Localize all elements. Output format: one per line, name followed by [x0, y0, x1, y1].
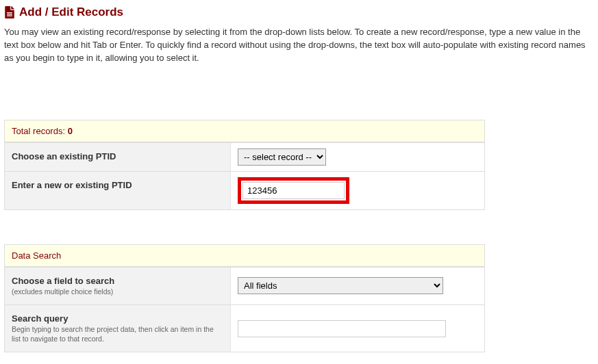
choose-existing-ptid-label: Choose an existing PTID [5, 143, 231, 171]
file-icon [4, 6, 15, 18]
data-search-panel: Data Search Choose a field to search (ex… [4, 244, 485, 353]
search-query-label: Search query [12, 313, 68, 324]
total-records-header: Total records: 0 [5, 120, 484, 142]
page-title: Add / Edit Records [4, 5, 594, 19]
page-description: You may view an existing record/response… [4, 26, 593, 65]
choose-existing-ptid-select[interactable]: -- select record -- [238, 148, 326, 166]
search-query-label-cell: Search query Begin typing to search the … [5, 305, 231, 352]
search-query-input[interactable] [238, 320, 446, 337]
data-search-header: Data Search [5, 245, 484, 267]
choose-field-label-cell: Choose a field to search (excludes multi… [5, 268, 231, 305]
records-panel: Total records: 0 Choose an existing PTID… [4, 120, 485, 210]
ptid-input-highlight [238, 177, 349, 204]
choose-field-select[interactable]: All fields [238, 277, 443, 294]
page-title-text: Add / Edit Records [19, 5, 123, 19]
search-query-sublabel: Begin typing to search the project data,… [12, 325, 223, 343]
enter-ptid-input[interactable] [242, 182, 345, 199]
choose-field-sublabel: (excludes multiple choice fields) [12, 287, 223, 297]
total-records-count: 0 [68, 126, 73, 136]
enter-ptid-label: Enter a new or existing PTID [5, 172, 231, 209]
choose-field-label: Choose a field to search [12, 276, 114, 286]
total-records-label: Total records: [12, 126, 68, 136]
